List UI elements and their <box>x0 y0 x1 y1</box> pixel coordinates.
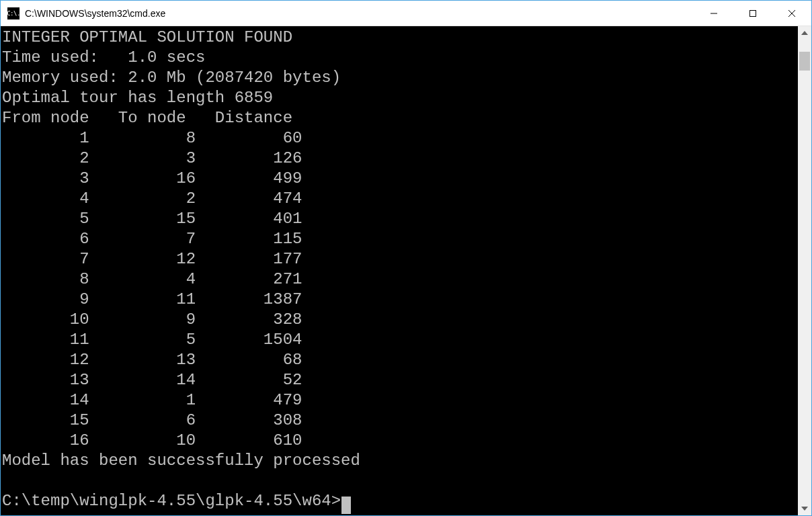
svg-rect-1 <box>750 10 756 16</box>
console-area: INTEGER OPTIMAL SOLUTION FOUND Time used… <box>1 26 811 515</box>
close-button[interactable] <box>772 1 811 26</box>
window-title: C:\WINDOWS\system32\cmd.exe <box>25 8 165 19</box>
scrollbar-thumb[interactable] <box>799 52 810 71</box>
scrollbar-track[interactable] <box>798 40 811 502</box>
svg-marker-5 <box>801 507 808 511</box>
scroll-up-button[interactable] <box>798 26 811 40</box>
scrollbar[interactable] <box>798 26 811 515</box>
minimize-button[interactable] <box>694 1 733 26</box>
window-controls <box>694 1 811 26</box>
cursor <box>341 497 351 514</box>
titlebar[interactable]: C:\. C:\WINDOWS\system32\cmd.exe <box>1 1 811 26</box>
console-output[interactable]: INTEGER OPTIMAL SOLUTION FOUND Time used… <box>1 26 798 515</box>
svg-marker-4 <box>801 31 808 35</box>
maximize-button[interactable] <box>733 1 772 26</box>
cmd-icon: C:\. <box>7 7 19 19</box>
cmd-window: C:\. C:\WINDOWS\system32\cmd.exe INTEGER… <box>0 0 812 516</box>
scroll-down-button[interactable] <box>798 502 811 515</box>
